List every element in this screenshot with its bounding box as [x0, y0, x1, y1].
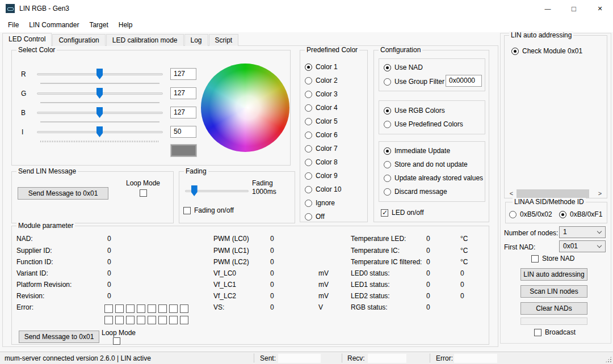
- intensity-value-field[interactable]: 50: [170, 126, 196, 138]
- radio-update-already-stored-values[interactable]: Update already stored values: [384, 174, 483, 182]
- led-onoff-label: LED on/off: [392, 209, 423, 217]
- fading-slider[interactable]: [185, 185, 249, 202]
- error-checkbox[interactable]: [169, 316, 178, 324]
- slider-thumb[interactable]: [96, 107, 103, 118]
- error-checkbox[interactable]: [148, 304, 156, 313]
- error-checkbox[interactable]: [137, 316, 145, 324]
- slider-thumb[interactable]: [96, 69, 103, 79]
- error-checkbox[interactable]: [169, 304, 178, 313]
- radio-0xb5-0x02[interactable]: 0xB5/0x02: [509, 210, 552, 218]
- error-checkbox[interactable]: [126, 304, 135, 313]
- send-message-button[interactable]: Send Message to 0x01: [18, 187, 108, 200]
- loop-mode-checkbox-bottom[interactable]: [113, 337, 120, 345]
- horizontal-scrollbar[interactable]: < >: [507, 189, 604, 198]
- error-checkbox[interactable]: [180, 316, 188, 324]
- radio-use-rgb-colors[interactable]: Use RGB Colors: [384, 107, 445, 115]
- error-checkbox[interactable]: [158, 304, 167, 313]
- resize-grip[interactable]: [605, 356, 612, 363]
- fading-onoff-checkbox[interactable]: Fading on/off: [183, 206, 234, 214]
- slider-thumb[interactable]: [191, 185, 198, 196]
- radio-label: Off: [316, 213, 325, 221]
- radio-use-nad[interactable]: Use NAD: [384, 64, 423, 71]
- radio-label: Color 10: [316, 185, 341, 193]
- radio-ignore[interactable]: Ignore: [305, 199, 335, 207]
- green-value-field[interactable]: 127: [170, 87, 196, 99]
- maximize-button[interactable]: □: [561, 0, 587, 17]
- radio-color-4[interactable]: Color 4: [305, 104, 338, 112]
- radio-color-5[interactable]: Color 5: [305, 117, 338, 125]
- intensity-slider[interactable]: [37, 126, 163, 143]
- tab-log[interactable]: Log: [184, 34, 208, 46]
- radio-store-and-do-not-update[interactable]: Store and do not update: [384, 160, 468, 168]
- radio-color-6[interactable]: Color 6: [305, 131, 338, 139]
- close-button[interactable]: ✕: [587, 0, 613, 17]
- error-checkbox[interactable]: [158, 316, 167, 324]
- error-checkbox[interactable]: [104, 304, 113, 313]
- radio-icon: [305, 213, 312, 221]
- blue-value-field[interactable]: 127: [170, 107, 196, 118]
- loop-mode-checkbox[interactable]: [140, 189, 147, 197]
- error-checkbox[interactable]: [148, 316, 156, 324]
- tab-led-calibration-mode[interactable]: LED calibration mode: [106, 34, 184, 46]
- radio-color-10[interactable]: Color 10: [305, 185, 341, 193]
- error-checkbox[interactable]: [137, 304, 145, 313]
- radio-check-module[interactable]: Check Module 0x01: [511, 47, 582, 55]
- radio-color-8[interactable]: Color 8: [305, 158, 338, 166]
- broadcast-checkbox[interactable]: Broadcast: [534, 328, 576, 336]
- clear-nads-button[interactable]: Clear NADs: [520, 302, 587, 315]
- scroll-left-arrow-icon[interactable]: <: [507, 189, 515, 198]
- error-checkbox[interactable]: [180, 304, 188, 313]
- menu-file[interactable]: File: [3, 19, 24, 31]
- menu-target[interactable]: Target: [84, 19, 113, 31]
- radio-color-3[interactable]: Color 3: [305, 90, 338, 98]
- green-slider[interactable]: [37, 88, 163, 105]
- tab-led-control[interactable]: LED Control: [2, 33, 52, 46]
- radio-color-9[interactable]: Color 9: [305, 172, 338, 180]
- group-filter-field[interactable]: 0x00000: [446, 75, 482, 87]
- radio-0xb8-0xf1[interactable]: 0xB8/0xF1: [559, 210, 602, 218]
- checkbox-icon: [183, 207, 191, 214]
- status-bar: mum-server connected version 2.6.0 | LIN…: [0, 352, 613, 364]
- scroll-right-arrow-icon[interactable]: >: [596, 189, 604, 198]
- error-checkbox[interactable]: [115, 304, 124, 313]
- slider-thumb[interactable]: [96, 88, 103, 99]
- temperature-ic-unit: °C: [460, 247, 468, 255]
- store-nad-checkbox[interactable]: Store NAD: [531, 255, 574, 263]
- radio-icon: [559, 211, 566, 218]
- radio-icon: [384, 161, 391, 168]
- radio-use-group-filter[interactable]: Use Group Filter: [384, 78, 444, 86]
- nad-value: 0: [107, 235, 111, 243]
- red-slider[interactable]: [37, 69, 163, 86]
- number-of-nodes-combo[interactable]: 1: [559, 226, 606, 238]
- radio-label: Color 1: [316, 63, 338, 71]
- minimize-button[interactable]: —: [535, 0, 561, 17]
- radio-off[interactable]: Off: [305, 213, 325, 221]
- scrollbar-track[interactable]: [515, 189, 596, 198]
- radio-discard-message[interactable]: Discard message: [384, 188, 447, 196]
- error-checkbox[interactable]: [115, 316, 124, 324]
- send-message-button-bottom[interactable]: Send Message to 0x01: [19, 331, 99, 343]
- radio-color-7[interactable]: Color 7: [305, 145, 338, 153]
- radio-use-predefined-colors[interactable]: Use Predefined Colors: [384, 120, 463, 128]
- error-checkbox[interactable]: [126, 316, 135, 324]
- lin-auto-addressing-button[interactable]: LIN auto addressing: [520, 268, 587, 281]
- led-onoff-checkbox[interactable]: LED on/off: [381, 209, 423, 217]
- tab-strip: LED Control Configuration LED calibratio…: [2, 33, 239, 46]
- red-value-field[interactable]: 127: [170, 68, 196, 80]
- color-wheel[interactable]: [201, 64, 289, 152]
- scrollbar-thumb[interactable]: [517, 189, 589, 198]
- menu-lin-commander[interactable]: LIN Commander: [24, 19, 84, 31]
- radio-color-2[interactable]: Color 2: [305, 77, 338, 84]
- linaa-sid-title: LINAA SID/Methode ID: [513, 198, 586, 206]
- slider-thumb[interactable]: [96, 126, 103, 137]
- tab-configuration[interactable]: Configuration: [52, 34, 105, 46]
- scan-lin-nodes-button[interactable]: Scan LIN nodes: [520, 285, 587, 298]
- radio-immediate-update[interactable]: Immediate Update: [384, 147, 450, 155]
- blue-slider[interactable]: [37, 107, 163, 124]
- radio-color-1[interactable]: Color 1: [305, 63, 338, 71]
- first-nad-combo[interactable]: 0x01: [559, 240, 606, 252]
- led1-status-value: 0: [426, 281, 430, 289]
- menu-help[interactable]: Help: [114, 19, 138, 31]
- tab-script[interactable]: Script: [209, 34, 239, 46]
- error-checkbox[interactable]: [104, 316, 113, 324]
